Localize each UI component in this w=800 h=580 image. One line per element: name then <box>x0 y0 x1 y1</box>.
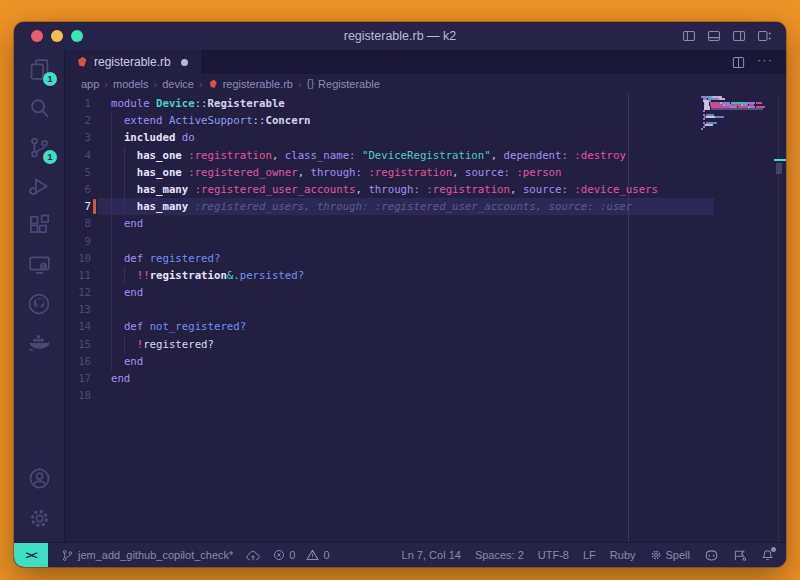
warning-count: 0 <box>323 549 329 561</box>
code-line[interactable]: 17end <box>65 370 786 387</box>
code-line[interactable]: 2 extend ActiveSupport::Concern <box>65 112 786 129</box>
code-line[interactable]: 4 has_one :registration, class_name: "De… <box>65 147 786 164</box>
line-number[interactable]: 16 <box>65 353 91 370</box>
spell-checker-item[interactable]: Spell <box>650 549 690 561</box>
gutter-marker <box>91 301 98 318</box>
account-menu[interactable] <box>14 458 64 498</box>
notifications-item[interactable] <box>761 549 774 562</box>
line-number[interactable]: 3 <box>65 129 91 146</box>
line-number[interactable]: 4 <box>65 147 91 164</box>
account-icon <box>28 467 51 490</box>
line-number[interactable]: 12 <box>65 284 91 301</box>
breadcrumb-item-file[interactable]: registerable.rb <box>223 78 293 90</box>
zoom-window-button[interactable] <box>71 30 83 42</box>
line-number[interactable]: 17 <box>65 370 91 387</box>
line-number[interactable]: 11 <box>65 267 91 284</box>
breadcrumb-item-models[interactable]: models <box>113 78 148 90</box>
indent-guide <box>124 147 125 216</box>
overview-cursor-marker <box>774 159 786 161</box>
code-line[interactable]: 5 has_one :registered_owner, through: :r… <box>65 164 786 181</box>
line-number[interactable]: 15 <box>65 336 91 353</box>
breadcrumb-item-symbol[interactable]: Registerable <box>318 78 380 90</box>
line-number[interactable]: 13 <box>65 301 91 318</box>
customize-layout-icon[interactable] <box>757 29 772 43</box>
tab-label: registerable.rb <box>94 55 171 69</box>
minimap[interactable] <box>701 96 765 136</box>
publish-changes-item[interactable] <box>246 549 260 562</box>
tab-registerable-rb[interactable]: registerable.rb <box>65 50 203 74</box>
code-line[interactable]: 6 has_many :registered_user_accounts, th… <box>65 181 786 198</box>
line-number[interactable]: 10 <box>65 250 91 267</box>
code-line[interactable]: 16 end <box>65 353 786 370</box>
sidebar-item-explorer[interactable]: 1 <box>14 50 64 89</box>
sidebar-item-github[interactable] <box>14 284 64 323</box>
copilot-status-item[interactable] <box>704 549 719 562</box>
code-line[interactable]: 7 has_many :registered_users, through: :… <box>65 198 786 215</box>
sidebar-item-search[interactable] <box>14 89 64 128</box>
sidebar-item-extensions[interactable] <box>14 206 64 245</box>
language-mode-item[interactable]: Ruby <box>610 549 636 561</box>
gutter-marker <box>91 353 98 370</box>
sidebar-item-run-debug[interactable] <box>14 167 64 206</box>
line-number[interactable]: 2 <box>65 112 91 129</box>
line-number[interactable]: 6 <box>65 181 91 198</box>
indent-guide <box>111 112 112 370</box>
indent-guide <box>124 267 125 284</box>
gutter-marker <box>91 95 98 112</box>
settings-menu[interactable] <box>14 498 64 538</box>
gutter-marker <box>91 284 98 301</box>
run-debug-icon <box>28 175 51 198</box>
code-line[interactable]: 13 <box>65 301 786 318</box>
problems-status-item[interactable]: 0 0 <box>273 549 329 561</box>
line-number[interactable]: 18 <box>65 387 91 404</box>
split-editor-icon[interactable] <box>732 56 745 69</box>
line-number[interactable]: 14 <box>65 318 91 335</box>
minimize-window-button[interactable] <box>51 30 63 42</box>
indentation-item[interactable]: Spaces: 2 <box>475 549 524 561</box>
code-line[interactable]: 14 def not_registered? <box>65 318 786 335</box>
breadcrumb-item-device[interactable]: device <box>162 78 194 90</box>
cursor-position-item[interactable]: Ln 7, Col 14 <box>402 549 461 561</box>
modified-dot-icon <box>181 59 188 66</box>
eol-item[interactable]: LF <box>583 549 596 561</box>
line-number[interactable]: 5 <box>65 164 91 181</box>
code-line[interactable]: 12 end <box>65 284 786 301</box>
line-number[interactable]: 1 <box>65 95 91 112</box>
code-line[interactable]: 1module Device::Registerable <box>65 95 786 112</box>
scrollbar-thumb[interactable] <box>776 163 782 174</box>
line-number[interactable]: 7 <box>65 198 91 215</box>
line-number[interactable]: 8 <box>65 215 91 232</box>
remote-explorer-icon <box>28 253 51 276</box>
remote-indicator[interactable]: >< <box>14 543 48 567</box>
column-ruler <box>628 93 629 542</box>
code-line[interactable]: 8 end <box>65 215 786 232</box>
code-line[interactable]: 10 def registered? <box>65 250 786 267</box>
toggle-panel-icon[interactable] <box>707 29 721 43</box>
line-number[interactable]: 9 <box>65 233 91 250</box>
tab-bar: registerable.rb ··· <box>65 50 786 74</box>
code-line[interactable]: 11 !!registration&.persisted? <box>65 267 786 284</box>
toggle-secondary-sidebar-icon[interactable] <box>732 29 746 43</box>
close-window-button[interactable] <box>31 30 43 42</box>
extensions-icon <box>28 214 51 237</box>
feedback-item[interactable] <box>733 549 747 562</box>
gutter-marker <box>91 336 98 353</box>
sidebar-item-source-control[interactable]: 1 <box>14 128 64 167</box>
symbol-namespace-icon: { } <box>307 78 313 89</box>
code-line[interactable]: 15 !registered? <box>65 336 786 353</box>
toggle-primary-sidebar-icon[interactable] <box>682 29 696 43</box>
chevron-right-icon: › <box>298 78 302 90</box>
feedback-flag-icon <box>733 549 747 562</box>
branch-status-item[interactable]: jem_add_github_copilot_check* <box>61 549 233 562</box>
code-line[interactable]: 9 <box>65 233 786 250</box>
breadcrumb-item-app[interactable]: app <box>81 78 99 90</box>
error-count: 0 <box>289 549 295 561</box>
sidebar-item-remote-explorer[interactable] <box>14 245 64 284</box>
encoding-item[interactable]: UTF-8 <box>538 549 569 561</box>
code-editor[interactable]: 1module Device::Registerable2 extend Act… <box>65 93 786 542</box>
code-line[interactable]: 3 included do <box>65 129 786 146</box>
gutter-marker <box>91 233 98 250</box>
code-line[interactable]: 18 <box>65 387 786 404</box>
sidebar-item-docker[interactable] <box>14 323 64 362</box>
gutter-marker <box>91 198 98 215</box>
